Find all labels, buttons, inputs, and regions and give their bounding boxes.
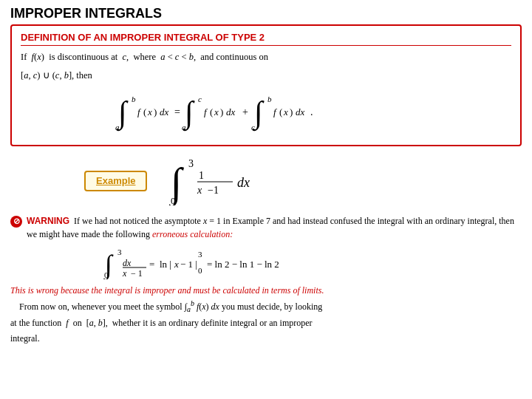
svg-text:x: x xyxy=(147,106,152,117)
svg-text:=: = xyxy=(174,106,180,117)
bottom-text-3: integral. xyxy=(10,332,522,346)
example-section: Example ∫ 3 0 1 x −1 dx xyxy=(84,154,522,208)
svg-text:f: f xyxy=(204,106,208,117)
svg-text:x: x xyxy=(214,106,219,117)
where-text: where xyxy=(133,52,156,62)
definition-text1: If f(x) is discontinuous at c, where a <… xyxy=(21,50,511,64)
svg-text:3: 3 xyxy=(198,250,202,259)
example-box: Example xyxy=(84,171,147,191)
svg-text:x: x xyxy=(283,106,288,117)
wrong-text: This is wrong because the integral is im… xyxy=(10,285,522,296)
warning-content: WARNING If we had not noticed the asympt… xyxy=(27,214,522,241)
definition-formula: ∫ b a f ( x ) dx = ∫ c a f ( x ) dx + xyxy=(21,87,511,134)
svg-text:.: . xyxy=(310,106,313,117)
svg-text:3: 3 xyxy=(188,158,194,169)
svg-text:c: c xyxy=(251,123,255,132)
svg-text:a: a xyxy=(115,123,120,132)
svg-text:(: ( xyxy=(279,106,282,117)
page-title: IMPROPER INTEGRALS xyxy=(0,0,532,24)
svg-text:c: c xyxy=(198,95,202,103)
bottom-text-2: at the function f on [a, b], whether it … xyxy=(10,316,522,330)
svg-text:0: 0 xyxy=(171,195,176,205)
svg-text:): ) xyxy=(220,106,223,117)
svg-text:b: b xyxy=(267,95,272,103)
example-label: Example xyxy=(96,175,135,186)
svg-text:): ) xyxy=(154,106,157,117)
svg-text:= ln 2 − ln 1 − ln 2: = ln 2 − ln 1 − ln 2 xyxy=(207,259,279,270)
svg-text:=: = xyxy=(149,259,154,270)
svg-text:f: f xyxy=(137,106,142,117)
definition-title: DEFINITION OF AN IMPROPER INTEGRAL OF TY… xyxy=(21,32,511,46)
svg-text:x: x xyxy=(197,185,202,196)
svg-text:x: x xyxy=(122,268,127,279)
svg-text:b: b xyxy=(132,95,136,103)
svg-text:−1: −1 xyxy=(208,185,219,196)
svg-text:x: x xyxy=(174,259,179,270)
svg-text:dx: dx xyxy=(123,258,132,268)
svg-text:(: ( xyxy=(143,106,146,117)
definition-box: DEFINITION OF AN IMPROPER INTEGRAL OF TY… xyxy=(10,24,522,146)
svg-text:0: 0 xyxy=(104,270,109,279)
svg-text:dx: dx xyxy=(160,106,169,117)
bottom-text-1: From now on, whenever you meet the symbo… xyxy=(10,298,522,316)
svg-text:− 1: − 1 xyxy=(131,268,143,279)
warning-icon: ⊘ xyxy=(10,216,22,228)
svg-text:− 1 |: − 1 | xyxy=(180,259,197,270)
svg-text:ln |: ln | xyxy=(160,259,171,270)
erroneous-text: erroneous calculation: xyxy=(152,229,233,239)
svg-text:+: + xyxy=(242,106,248,117)
svg-text:3: 3 xyxy=(117,248,122,256)
warning-label: WARNING xyxy=(27,216,69,226)
svg-text:a: a xyxy=(182,123,186,132)
svg-text:dx: dx xyxy=(226,106,236,117)
definition-text2: [a, c) ∪ (c, b], then xyxy=(21,69,511,83)
example-formula: ∫ 3 0 1 x −1 dx xyxy=(169,154,302,208)
calc-formula: ∫ 3 0 dx x − 1 = ln | x − 1 | 3 0 = ln 2… xyxy=(40,245,522,282)
svg-text:f: f xyxy=(273,106,278,117)
svg-text:dx: dx xyxy=(296,106,305,117)
svg-text:dx: dx xyxy=(237,175,250,190)
svg-text:): ) xyxy=(290,106,293,117)
svg-text:0: 0 xyxy=(198,266,202,275)
warning-text: If we had not noticed the asymptote x = … xyxy=(27,216,514,239)
warning-section: ⊘ WARNING If we had not noticed the asym… xyxy=(10,214,522,241)
svg-text:1: 1 xyxy=(199,170,204,181)
svg-text:(: ( xyxy=(210,106,213,117)
